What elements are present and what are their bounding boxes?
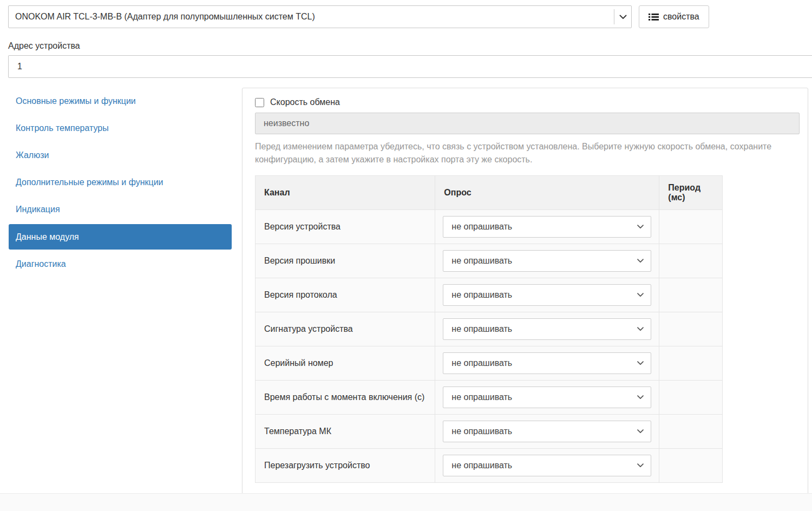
footer-strip [0,493,812,511]
sidebar-item-diagnostics[interactable]: Диагностика [9,251,232,278]
channel-label: Время работы с момента включения (с) [256,381,435,415]
speed-value-input [255,113,800,134]
speed-checkbox-label: Скорость обмена [270,97,340,107]
device-select-value: ONOKOM AIR TCL-3-MB-B (Адаптер для полуп… [15,12,610,22]
sidebar-item-temperature-control[interactable]: Контроль температуры [9,115,232,142]
poll-select[interactable]: не опрашивать [443,421,651,442]
device-toolbar: ONOKOM AIR TCL-3-MB-B (Адаптер для полуп… [8,5,812,28]
period-cell [659,244,723,278]
poll-select-value: не опрашивать [451,290,512,300]
period-cell [659,278,723,312]
sidebar-item-main-modes[interactable]: Основные режимы и функции [9,88,232,115]
channel-label: Версия устройства [256,210,435,244]
sidebar-item-module-data[interactable]: Данные модуля [9,224,232,250]
device-config-page: ONOKOM AIR TCL-3-MB-B (Адаптер для полуп… [0,0,812,511]
speed-checkbox[interactable] [255,98,264,107]
poll-select[interactable]: не опрашивать [443,284,651,306]
poll-select[interactable]: не опрашивать [443,455,651,476]
poll-select-value: не опрашивать [451,461,512,470]
period-cell [659,381,723,415]
sidebar-item-indication[interactable]: Индикация [9,196,232,223]
chevron-down-icon [637,225,644,229]
poll-select-value: не опрашивать [451,392,512,402]
chevron-down-icon [637,361,644,365]
table-row: Температура МК не опрашивать [256,415,723,449]
chevron-down-icon [637,395,644,399]
table-row: Сигнатура устройства не опрашивать [256,312,723,346]
sidebar-item-louvers[interactable]: Жалюзи [9,142,232,169]
poll-select[interactable]: не опрашивать [443,216,651,238]
poll-select-value: не опрашивать [451,427,512,436]
table-row: Серийный номер не опрашивать [256,346,723,381]
table-row: Перезагрузить устройство не опрашивать [256,449,723,483]
table-row: Время работы с момента включения (с) не … [256,381,723,415]
poll-select-value: не опрашивать [451,222,512,232]
table-row: Версия прошивки не опрашивать [256,244,723,278]
module-data-panel: Скорость обмена Перед изменением парамет… [242,88,808,509]
poll-select-value: не опрашивать [451,358,512,368]
sidebar-item-additional-modes[interactable]: Дополнительные режимы и функции [9,169,232,196]
poll-select[interactable]: не опрашивать [443,352,651,374]
period-cell [659,449,723,483]
table-row: Версия протокола не опрашивать [256,278,723,312]
properties-button-label: свойства [663,12,699,22]
address-input[interactable] [8,55,812,78]
address-label: Адрес устройства [8,41,812,51]
channels-table: Канал Опрос Период (мс) Версия устройств… [255,175,723,483]
header-period: Период (мс) [659,176,723,210]
channel-label: Сигнатура устройства [256,312,435,346]
channel-label: Температура МК [256,415,435,449]
table-row: Версия устройства не опрашивать [256,210,723,244]
header-channel: Канал [256,176,435,210]
poll-select[interactable]: не опрашивать [443,250,651,272]
poll-select-value: не опрашивать [451,256,512,266]
poll-select[interactable]: не опрашивать [443,318,651,340]
channel-label: Серийный номер [256,346,435,381]
channel-label: Версия прошивки [256,244,435,278]
chevron-down-icon [619,15,627,19]
speed-help-text: Перед изменением параметра убедитесь, чт… [255,140,796,166]
speed-checkbox-row: Скорость обмена [255,97,800,107]
poll-select[interactable]: не опрашивать [443,386,651,408]
chevron-down-icon [637,463,644,468]
table-header-row: Канал Опрос Период (мс) [256,176,723,210]
channel-label: Версия протокола [256,278,435,312]
poll-select-value: не опрашивать [451,324,512,334]
sidebar: Основные режимы и функции Контроль темпе… [9,88,232,278]
list-icon [649,13,659,21]
select-divider [614,9,614,24]
channel-label: Перезагрузить устройство [256,449,435,483]
chevron-down-icon [637,327,644,331]
chevron-down-icon [637,293,644,297]
properties-button[interactable]: свойства [639,5,709,28]
period-cell [659,210,723,244]
period-cell [659,346,723,381]
chevron-down-icon [637,429,644,434]
period-cell [659,415,723,449]
period-cell [659,312,723,346]
chevron-down-icon [637,259,644,263]
content-area: Основные режимы и функции Контроль темпе… [9,88,812,509]
device-select[interactable]: ONOKOM AIR TCL-3-MB-B (Адаптер для полуп… [8,5,632,28]
header-poll: Опрос [435,176,659,210]
